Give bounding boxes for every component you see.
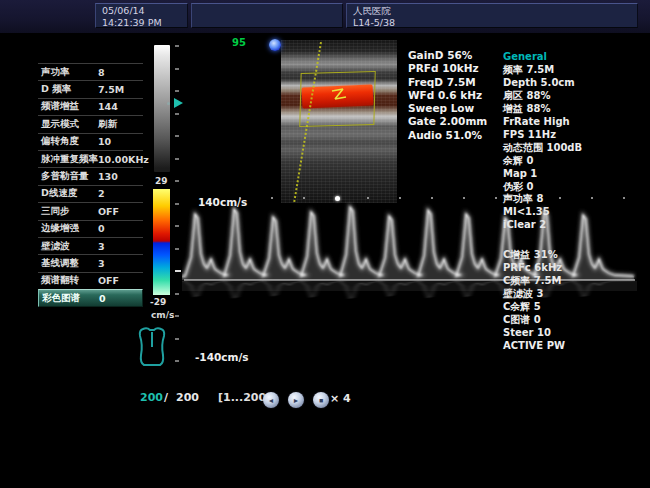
top-bar: 05/06/14 14:21:39 PM 人民医院 L14-5/38 xyxy=(0,0,650,33)
param-value: 刷新 xyxy=(98,118,117,131)
param-row[interactable]: 三同步OFF xyxy=(38,202,143,219)
param-value: 3 xyxy=(98,241,105,252)
time-marker-dot xyxy=(463,197,465,199)
param-label: 声功率 xyxy=(41,66,70,79)
time-marker-dot xyxy=(399,197,401,199)
info-line: FrRate High xyxy=(503,116,582,129)
time-marker-dot xyxy=(239,197,241,199)
color-doppler-bar xyxy=(153,189,170,295)
param-label: 频谱增益 xyxy=(41,100,79,113)
time-marker-dot xyxy=(303,197,305,199)
param-row[interactable]: 多普勒音量130 xyxy=(38,167,143,184)
param-label: 多普勒音量 xyxy=(41,170,89,183)
param-value: 7.5M xyxy=(98,84,124,95)
overlay-line: GainD 56% xyxy=(408,49,487,62)
hospital-box: 人民医院 L14-5/38 xyxy=(346,3,638,28)
scale-tick xyxy=(175,293,179,295)
hospital-text: 人民医院 xyxy=(353,5,631,17)
time-marker-dot xyxy=(527,197,529,199)
cine-stop-button[interactable]: ■ xyxy=(313,392,329,408)
param-row[interactable]: 脉冲重复频率10.00KHz xyxy=(38,150,143,167)
scale-tick xyxy=(175,338,179,340)
grayscale-max-label: 29 xyxy=(155,176,168,186)
param-row[interactable]: 频谱增益144 xyxy=(38,98,143,115)
time-marker-dot xyxy=(431,197,433,199)
scale-tick xyxy=(175,180,179,182)
info-line: 动态范围 100dB xyxy=(503,142,582,155)
sweep-marker-dot xyxy=(335,196,340,201)
param-value: OFF xyxy=(98,275,119,286)
status-led-icon xyxy=(269,39,281,51)
velocity-unit-label: cm/s xyxy=(151,310,174,320)
info-line: FPS 11Hz xyxy=(503,129,582,142)
param-row[interactable]: D线速度2 xyxy=(38,185,143,202)
param-row[interactable]: 显示模式刷新 xyxy=(38,115,143,132)
param-label: 基线调整 xyxy=(41,257,79,270)
current-frame: 200 xyxy=(140,391,163,404)
time-marker-dot xyxy=(367,197,369,199)
sample-gate-icon[interactable] xyxy=(331,88,347,100)
grayscale-bar xyxy=(154,45,170,172)
scale-tick xyxy=(175,90,179,92)
param-row[interactable]: 壁滤波3 xyxy=(38,237,143,254)
scale-tick xyxy=(175,45,179,47)
time-marker-dot xyxy=(495,197,497,199)
b-mode-image[interactable] xyxy=(281,40,397,203)
doppler-parameter-overlay: GainD 56% PRFd 10kHz FreqD 7.5M WFd 0.6 … xyxy=(408,49,487,142)
param-label: 三同步 xyxy=(41,205,70,218)
time-marker-dot xyxy=(559,197,561,199)
param-row[interactable]: 偏转角度10 xyxy=(38,133,143,150)
frame-separator: / xyxy=(164,391,168,404)
gain-marker-icon[interactable] xyxy=(174,98,183,108)
patient-info-box xyxy=(191,3,343,28)
scale-tick xyxy=(175,315,179,317)
overlay-line: Gate 2.00mm xyxy=(408,115,487,128)
scale-tick xyxy=(175,158,179,160)
param-value: 8 xyxy=(98,67,105,78)
info-line: Map 1 xyxy=(503,168,582,181)
param-row-selected[interactable]: 彩色图谱0 xyxy=(38,289,143,307)
param-label: 偏转角度 xyxy=(41,135,79,148)
info-line: 伪彩 0 xyxy=(503,181,582,194)
date-text: 05/06/14 xyxy=(102,5,181,17)
section-title: General xyxy=(503,51,582,64)
cine-speed: × 4 xyxy=(330,392,351,405)
gain-marker-dot xyxy=(167,102,170,105)
colorbar-min-label: -29 xyxy=(150,297,166,307)
info-line: 频率 7.5M xyxy=(503,64,582,77)
param-label: 频谱翻转 xyxy=(41,274,79,287)
cine-play-button[interactable]: ► xyxy=(288,392,304,408)
overlay-line: PRFd 10kHz xyxy=(408,62,487,75)
scale-tick xyxy=(175,203,179,205)
param-label: 壁滤波 xyxy=(41,240,70,253)
probe-text: L14-5/38 xyxy=(353,17,631,29)
overlay-line: WFd 0.6 kHz xyxy=(408,89,487,102)
cine-prev-button[interactable]: ◄ xyxy=(263,392,279,408)
param-row[interactable]: D 频率7.5M xyxy=(38,80,143,97)
scale-tick xyxy=(175,360,179,362)
param-row[interactable]: 频谱翻转OFF xyxy=(38,272,143,289)
param-row[interactable]: 边缘增强0 xyxy=(38,220,143,237)
time-marker-dot xyxy=(623,197,625,199)
body-marker-icon[interactable] xyxy=(137,325,167,369)
time-text: 14:21:39 PM xyxy=(102,17,181,29)
tgc-value: 95 xyxy=(232,37,246,48)
info-line: 余辉 0 xyxy=(503,155,582,168)
param-value: 144 xyxy=(98,101,118,112)
param-value: 10.00KHz xyxy=(98,154,149,165)
param-row[interactable]: 声功率8 xyxy=(38,63,143,80)
time-marker-dot xyxy=(271,197,273,199)
scale-tick xyxy=(175,248,179,250)
info-line: Depth 5.0cm xyxy=(503,77,582,90)
spectral-waveform[interactable] xyxy=(182,195,637,370)
param-value: 10 xyxy=(98,136,111,147)
param-row[interactable]: 基线调整3 xyxy=(38,254,143,271)
param-label: 边缘增强 xyxy=(41,222,79,235)
scale-tick xyxy=(175,225,179,227)
param-value: 3 xyxy=(98,258,105,269)
overlay-line: Sweep Low xyxy=(408,102,487,115)
overlay-line: FreqD 7.5M xyxy=(408,76,487,89)
scale-tick xyxy=(175,135,179,137)
datetime-box: 05/06/14 14:21:39 PM xyxy=(95,3,188,28)
param-label: 彩色图谱 xyxy=(42,292,80,305)
